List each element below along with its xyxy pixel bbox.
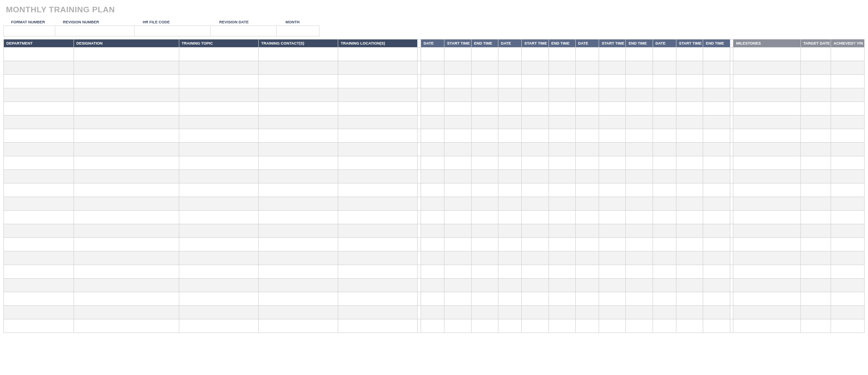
cell-achieved[interactable] xyxy=(831,61,864,75)
cell-training-contacts[interactable] xyxy=(258,279,338,292)
cell-target-date[interactable] xyxy=(800,48,831,61)
cell-training-contacts[interactable] xyxy=(258,129,338,143)
cell-date-4[interactable] xyxy=(653,48,676,61)
cell-training-contacts[interactable] xyxy=(258,61,338,75)
cell-end-4[interactable] xyxy=(703,306,730,319)
cell-end-1[interactable] xyxy=(471,197,498,211)
cell-end-1[interactable] xyxy=(471,102,498,116)
cell-date-3[interactable] xyxy=(575,265,599,279)
cell-start-4[interactable] xyxy=(676,292,703,306)
cell-department[interactable] xyxy=(4,224,74,238)
cell-target-date[interactable] xyxy=(800,170,831,183)
cell-date-1[interactable] xyxy=(421,102,444,116)
cell-achieved[interactable] xyxy=(831,265,864,279)
cell-date-1[interactable] xyxy=(421,265,444,279)
cell-target-date[interactable] xyxy=(800,156,831,170)
cell-target-date[interactable] xyxy=(800,306,831,319)
cell-end-2[interactable] xyxy=(549,306,575,319)
cell-end-4[interactable] xyxy=(703,170,730,183)
cell-end-4[interactable] xyxy=(703,197,730,211)
cell-milestones[interactable] xyxy=(733,88,800,102)
cell-end-1[interactable] xyxy=(471,116,498,129)
cell-end-1[interactable] xyxy=(471,129,498,143)
cell-date-4[interactable] xyxy=(653,183,676,197)
cell-department[interactable] xyxy=(4,265,74,279)
cell-end-2[interactable] xyxy=(549,265,575,279)
cell-achieved[interactable] xyxy=(831,102,864,116)
cell-start-1[interactable] xyxy=(444,183,471,197)
cell-end-4[interactable] xyxy=(703,238,730,251)
cell-end-3[interactable] xyxy=(626,102,653,116)
cell-designation[interactable] xyxy=(74,251,179,265)
cell-end-3[interactable] xyxy=(626,279,653,292)
cell-date-1[interactable] xyxy=(421,238,444,251)
cell-date-2[interactable] xyxy=(498,265,521,279)
cell-start-4[interactable] xyxy=(676,170,703,183)
cell-achieved[interactable] xyxy=(831,211,864,224)
cell-start-1[interactable] xyxy=(444,197,471,211)
cell-designation[interactable] xyxy=(74,88,179,102)
cell-start-4[interactable] xyxy=(676,156,703,170)
cell-date-3[interactable] xyxy=(575,129,599,143)
cell-training-locations[interactable] xyxy=(338,251,417,265)
cell-date-2[interactable] xyxy=(498,319,521,333)
cell-date-3[interactable] xyxy=(575,48,599,61)
cell-date-2[interactable] xyxy=(498,224,521,238)
cell-date-2[interactable] xyxy=(498,170,521,183)
cell-designation[interactable] xyxy=(74,265,179,279)
cell-achieved[interactable] xyxy=(831,292,864,306)
cell-designation[interactable] xyxy=(74,279,179,292)
cell-target-date[interactable] xyxy=(800,292,831,306)
cell-training-locations[interactable] xyxy=(338,88,417,102)
cell-end-4[interactable] xyxy=(703,156,730,170)
cell-milestones[interactable] xyxy=(733,102,800,116)
cell-end-1[interactable] xyxy=(471,183,498,197)
cell-training-locations[interactable] xyxy=(338,102,417,116)
cell-start-2[interactable] xyxy=(522,306,549,319)
cell-milestones[interactable] xyxy=(733,183,800,197)
cell-training-contacts[interactable] xyxy=(258,116,338,129)
cell-milestones[interactable] xyxy=(733,292,800,306)
cell-training-contacts[interactable] xyxy=(258,251,338,265)
cell-training-contacts[interactable] xyxy=(258,224,338,238)
cell-achieved[interactable] xyxy=(831,279,864,292)
cell-date-3[interactable] xyxy=(575,306,599,319)
cell-start-1[interactable] xyxy=(444,292,471,306)
cell-achieved[interactable] xyxy=(831,48,864,61)
cell-end-4[interactable] xyxy=(703,102,730,116)
cell-end-1[interactable] xyxy=(471,75,498,88)
cell-training-topic[interactable] xyxy=(179,183,258,197)
cell-milestones[interactable] xyxy=(733,143,800,156)
cell-target-date[interactable] xyxy=(800,183,831,197)
cell-training-topic[interactable] xyxy=(179,292,258,306)
cell-end-3[interactable] xyxy=(626,211,653,224)
cell-start-3[interactable] xyxy=(599,170,626,183)
cell-start-4[interactable] xyxy=(676,143,703,156)
cell-training-topic[interactable] xyxy=(179,238,258,251)
cell-date-4[interactable] xyxy=(653,129,676,143)
cell-start-2[interactable] xyxy=(522,156,549,170)
cell-date-3[interactable] xyxy=(575,279,599,292)
cell-date-1[interactable] xyxy=(421,88,444,102)
cell-start-1[interactable] xyxy=(444,279,471,292)
cell-designation[interactable] xyxy=(74,48,179,61)
cell-training-contacts[interactable] xyxy=(258,292,338,306)
cell-date-2[interactable] xyxy=(498,183,521,197)
cell-department[interactable] xyxy=(4,116,74,129)
cell-start-1[interactable] xyxy=(444,265,471,279)
cell-designation[interactable] xyxy=(74,170,179,183)
cell-start-1[interactable] xyxy=(444,143,471,156)
cell-achieved[interactable] xyxy=(831,238,864,251)
cell-training-locations[interactable] xyxy=(338,197,417,211)
cell-date-3[interactable] xyxy=(575,143,599,156)
cell-target-date[interactable] xyxy=(800,279,831,292)
cell-training-contacts[interactable] xyxy=(258,306,338,319)
cell-milestones[interactable] xyxy=(733,197,800,211)
cell-training-locations[interactable] xyxy=(338,129,417,143)
cell-training-topic[interactable] xyxy=(179,129,258,143)
cell-start-4[interactable] xyxy=(676,88,703,102)
cell-department[interactable] xyxy=(4,48,74,61)
cell-date-4[interactable] xyxy=(653,75,676,88)
cell-milestones[interactable] xyxy=(733,75,800,88)
cell-start-2[interactable] xyxy=(522,211,549,224)
